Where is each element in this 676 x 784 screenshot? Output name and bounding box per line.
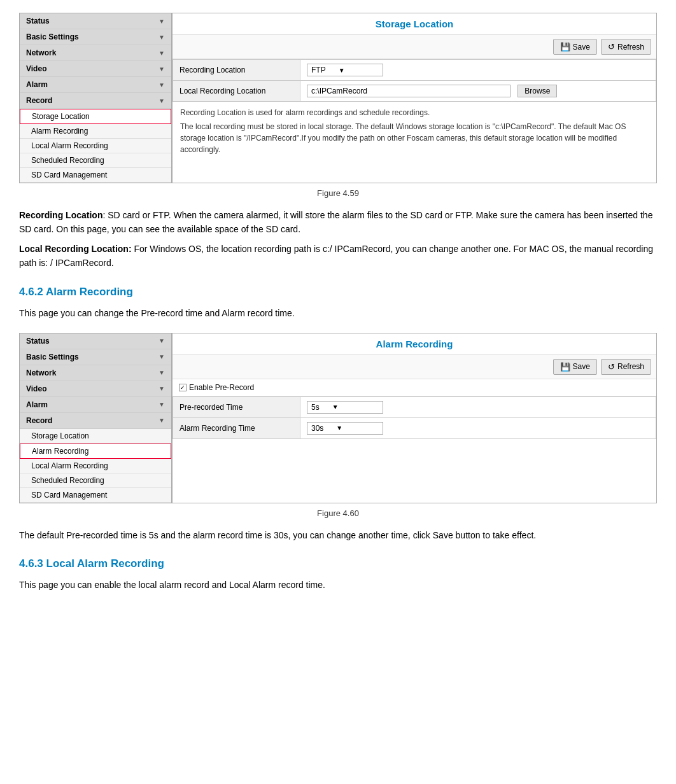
table-row: Pre-recorded Time 5s ▼: [173, 396, 656, 417]
value-recording-location: FTP ▼: [300, 60, 656, 81]
table-row: Local Recording Location Browse: [173, 81, 656, 102]
refresh-button-fig2[interactable]: ↺ Refresh: [601, 359, 651, 375]
sidebar-fig1: Status ▼ Basic Settings ▼ Network ▼ Vide…: [19, 13, 172, 183]
section-heading-463: 4.6.3 Local Alarm Recording: [19, 557, 657, 570]
form-table-fig1: Recording Location FTP ▼ Local Recording…: [173, 59, 656, 102]
sidebar-item-video[interactable]: Video ▼: [20, 61, 171, 77]
sidebar-sub-sd-card-management-2[interactable]: SD Card Management: [20, 488, 171, 503]
label-local-recording-location: Local Recording Location: [173, 81, 300, 102]
refresh-icon: ↺: [608, 42, 615, 52]
sidebar-item-basic-settings-2[interactable]: Basic Settings ▼: [20, 349, 171, 365]
table-row: Alarm Recording Time 30s ▼: [173, 417, 656, 438]
value-alarm-recording-time: 30s ▼: [300, 417, 656, 438]
arrow-icon: ▼: [158, 66, 165, 73]
sidebar-item-record[interactable]: Record ▼: [20, 93, 171, 109]
arrow-icon: ▼: [158, 401, 165, 408]
arrow-icon: ▼: [158, 353, 165, 360]
refresh-icon-2: ↺: [608, 362, 615, 372]
caption-fig1: Figure 4.59: [19, 188, 657, 198]
section-462-intro: This page you can change the Pre-record …: [19, 306, 657, 320]
main-panel-fig1: Storage Location 💾 Save ↺ Refresh Record…: [172, 13, 657, 183]
caption-fig2: Figure 4.60: [19, 508, 657, 518]
arrow-icon: ▼: [158, 385, 165, 392]
sidebar-item-alarm-2[interactable]: Alarm ▼: [20, 397, 171, 413]
sidebar-item-status[interactable]: Status ▼: [20, 13, 171, 29]
sidebar-item-record-2[interactable]: Record ▼: [20, 413, 171, 429]
sidebar-item-network-2[interactable]: Network ▼: [20, 365, 171, 381]
save-icon: 💾: [560, 42, 570, 52]
toolbar-fig1: 💾 Save ↺ Refresh: [173, 35, 656, 59]
sidebar-sub-storage-location-2[interactable]: Storage Location: [20, 429, 171, 444]
figure-4-59-container: Status ▼ Basic Settings ▼ Network ▼ Vide…: [19, 13, 657, 183]
panel-title-fig2: Alarm Recording: [173, 333, 656, 355]
alarm-recording-time-select[interactable]: 30s ▼: [307, 422, 383, 435]
toolbar-fig2: 💾 Save ↺ Refresh: [173, 355, 656, 379]
table-row: Recording Location FTP ▼: [173, 60, 656, 81]
panel-title-fig1: Storage Location: [173, 13, 656, 35]
save-icon-2: 💾: [560, 362, 570, 372]
arrow-icon: ▼: [158, 81, 165, 88]
sidebar-item-alarm[interactable]: Alarm ▼: [20, 77, 171, 93]
arrow-icon: ▼: [158, 337, 165, 344]
sidebar-item-network[interactable]: Network ▼: [20, 45, 171, 61]
select-arrow-icon-3: ▼: [336, 424, 342, 431]
section-463-intro: This page you can enable the local alarm…: [19, 578, 657, 592]
sidebar-sub-local-alarm-recording-2[interactable]: Local Alarm Recording: [20, 459, 171, 473]
sidebar-sub-alarm-recording-2[interactable]: Alarm Recording: [20, 444, 171, 459]
sidebar-sub-scheduled-recording[interactable]: Scheduled Recording: [20, 153, 171, 168]
arrow-icon: ▼: [158, 34, 165, 41]
refresh-button-fig1[interactable]: ↺ Refresh: [601, 39, 651, 55]
sidebar-sub-storage-location[interactable]: Storage Location: [20, 109, 171, 124]
browse-button[interactable]: Browse: [518, 85, 557, 97]
body-para-1: Recording Location: SD card or FTP. When…: [19, 208, 657, 237]
save-button-fig1[interactable]: 💾 Save: [553, 39, 597, 55]
sidebar-item-video-2[interactable]: Video ▼: [20, 381, 171, 397]
info-text-fig1: Recording Location is used for alarm rec…: [173, 102, 656, 163]
arrow-icon: ▼: [158, 97, 165, 104]
figure-4-60-container: Status ▼ Basic Settings ▼ Network ▼ Vide…: [19, 333, 657, 503]
enable-pre-record-row: ✓ Enable Pre-Record: [173, 379, 656, 396]
value-pre-recorded-time: 5s ▼: [300, 396, 656, 417]
section-heading-462: 4.6.2 Alarm Recording: [19, 286, 657, 298]
body-section-1: Recording Location: SD card or FTP. When…: [19, 208, 657, 270]
save-button-fig2[interactable]: 💾 Save: [553, 359, 597, 375]
label-alarm-recording-time: Alarm Recording Time: [173, 417, 300, 438]
arrow-icon: ▼: [158, 369, 165, 376]
enable-pre-record-checkbox[interactable]: ✓: [179, 384, 187, 391]
sidebar-item-status-2[interactable]: Status ▼: [20, 333, 171, 349]
select-arrow-icon: ▼: [339, 67, 345, 74]
main-panel-fig2: Alarm Recording 💾 Save ↺ Refresh ✓ Enabl…: [172, 333, 657, 503]
form-table-fig2: Pre-recorded Time 5s ▼ Alarm Recording T…: [173, 396, 656, 439]
pre-recorded-time-select[interactable]: 5s ▼: [307, 401, 383, 414]
sidebar-sub-alarm-recording[interactable]: Alarm Recording: [20, 124, 171, 139]
label-pre-recorded-time: Pre-recorded Time: [173, 396, 300, 417]
recording-location-select[interactable]: FTP ▼: [307, 64, 383, 76]
select-arrow-icon-2: ▼: [332, 403, 339, 410]
arrow-icon: ▼: [158, 50, 165, 57]
sidebar-sub-scheduled-recording-2[interactable]: Scheduled Recording: [20, 473, 171, 488]
value-local-recording-location: Browse: [300, 81, 656, 102]
arrow-icon: ▼: [158, 18, 165, 25]
sidebar-sub-sd-card-management[interactable]: SD Card Management: [20, 168, 171, 183]
local-recording-location-input[interactable]: [307, 85, 511, 97]
body-section-2: The default Pre-recorded time is 5s and …: [19, 528, 657, 542]
sidebar-fig2: Status ▼ Basic Settings ▼ Network ▼ Vide…: [19, 333, 172, 503]
sidebar-item-basic-settings[interactable]: Basic Settings ▼: [20, 29, 171, 45]
sidebar-sub-local-alarm-recording[interactable]: Local Alarm Recording: [20, 139, 171, 153]
arrow-icon: ▼: [158, 417, 165, 424]
body-para-2: Local Recording Location: For Windows OS…: [19, 242, 657, 270]
label-recording-location: Recording Location: [173, 60, 300, 81]
